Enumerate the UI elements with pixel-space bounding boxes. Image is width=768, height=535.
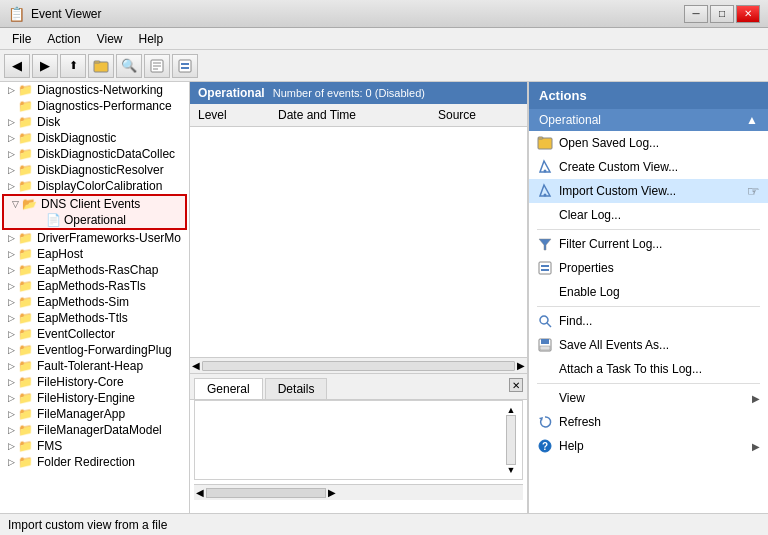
- action-import-custom-view[interactable]: Import Custom View... ☞: [529, 179, 768, 203]
- scroll-right-icon[interactable]: ▶: [517, 360, 525, 371]
- tree-item-operational[interactable]: 📄 Operational: [4, 212, 185, 228]
- folder-icon: 📁: [18, 131, 34, 145]
- menu-help[interactable]: Help: [131, 30, 172, 48]
- tree-item-disk[interactable]: ▷ 📁 Disk: [0, 114, 189, 130]
- action-attach-task[interactable]: Attach a Task To this Log...: [529, 357, 768, 381]
- tree-item-diagnostics-performance[interactable]: 📁 Diagnostics-Performance: [0, 98, 189, 114]
- close-button[interactable]: ✕: [736, 5, 760, 23]
- detail-close-button[interactable]: ✕: [509, 378, 523, 392]
- detail-hscrollbar[interactable]: ◀ ▶: [194, 484, 523, 500]
- folder-icon: 📁: [18, 359, 34, 373]
- menu-action[interactable]: Action: [39, 30, 88, 48]
- tree-item-eventcollector[interactable]: ▷ 📁 EventCollector: [0, 326, 189, 342]
- window-controls: ─ □ ✕: [684, 5, 760, 23]
- detail-tabs: General Details: [190, 374, 527, 400]
- action-find[interactable]: Find...: [529, 309, 768, 333]
- svg-rect-16: [539, 262, 551, 274]
- tree-item-filehistory-engine[interactable]: ▷ 📁 FileHistory-Engine: [0, 390, 189, 406]
- tree-item-eapmethods-ttls[interactable]: ▷ 📁 EapMethods-Ttls: [0, 310, 189, 326]
- tab-details[interactable]: Details: [265, 378, 328, 399]
- tree-item-fault-tolerant-heap[interactable]: ▷ 📁 Fault-Tolerant-Heap: [0, 358, 189, 374]
- action-save-all-events[interactable]: Save All Events As...: [529, 333, 768, 357]
- scroll-left-icon[interactable]: ◀: [192, 360, 200, 371]
- svg-rect-7: [181, 63, 189, 65]
- action-import-custom-view-label: Import Custom View...: [559, 184, 737, 198]
- action-clear-log[interactable]: Clear Log...: [529, 203, 768, 227]
- event-list: [190, 127, 527, 357]
- tree-item-diskdiagnostic[interactable]: ▷ 📁 DiskDiagnostic: [0, 130, 189, 146]
- tree-arrow: ▷: [4, 117, 18, 127]
- minimize-button[interactable]: ─: [684, 5, 708, 23]
- actions-section-label: Operational: [539, 113, 601, 127]
- event-count: Number of events: 0 (Disabled): [273, 87, 425, 99]
- actions-list: Open Saved Log... Create Custom View...: [529, 131, 768, 513]
- action-refresh[interactable]: Refresh: [529, 410, 768, 434]
- help-submenu-arrow: ▶: [752, 441, 760, 452]
- detail-hscroll-thumb[interactable]: [206, 488, 326, 498]
- open-saved-log-icon: [537, 135, 553, 151]
- action-enable-log[interactable]: Enable Log: [529, 280, 768, 304]
- tree-item-filehistory-core[interactable]: ▷ 📁 FileHistory-Core: [0, 374, 189, 390]
- folder-icon: 📁: [18, 247, 34, 261]
- tree-item-eapmethods-rastls[interactable]: ▷ 📁 EapMethods-RasTls: [0, 278, 189, 294]
- folder-icon: 📁: [18, 423, 34, 437]
- col-level[interactable]: Level: [190, 106, 270, 124]
- action-refresh-label: Refresh: [559, 415, 760, 429]
- folder-icon: 📁: [18, 231, 34, 245]
- tree-arrow: ▷: [4, 441, 18, 451]
- up-button[interactable]: ⬆: [60, 54, 86, 78]
- hscroll-thumb[interactable]: [202, 361, 515, 371]
- tree-arrow: ▷: [4, 233, 18, 243]
- tree-item-displaycolorcalibration[interactable]: ▷ 📁 DisplayColorCalibration: [0, 178, 189, 194]
- event-list-hscrollbar[interactable]: ◀ ▶: [190, 357, 527, 373]
- maximize-button[interactable]: □: [710, 5, 734, 23]
- detail-scroll-right[interactable]: ▶: [328, 487, 336, 498]
- toolbar: ◀ ▶ ⬆ 🔍: [0, 50, 768, 82]
- tree-arrow: ▷: [4, 249, 18, 259]
- tree-item-driverframeworks[interactable]: ▷ 📁 DriverFrameworks-UserMo: [0, 230, 189, 246]
- action-view[interactable]: View ▶: [529, 386, 768, 410]
- tab-general[interactable]: General: [194, 378, 263, 399]
- action-filter-current-log[interactable]: Filter Current Log...: [529, 232, 768, 256]
- svg-text:?: ?: [542, 441, 548, 452]
- detail-scroll-left[interactable]: ◀: [196, 487, 204, 498]
- action-filter-label: Filter Current Log...: [559, 237, 760, 251]
- tree-item-eapmethods-sim[interactable]: ▷ 📁 EapMethods-Sim: [0, 294, 189, 310]
- tree-item-dns-client-events[interactable]: ▽ 📂 DNS Client Events: [4, 196, 185, 212]
- folder-icon: 📁: [18, 455, 34, 469]
- tree-arrow: ▷: [4, 265, 18, 275]
- actions-panel: Actions Operational ▲ Open Saved Log...: [528, 82, 768, 513]
- col-source[interactable]: Source: [430, 106, 527, 124]
- menu-file[interactable]: File: [4, 30, 39, 48]
- import-custom-view-icon: [537, 183, 553, 199]
- section-collapse-icon[interactable]: ▲: [746, 113, 758, 127]
- tree-item-fms[interactable]: ▷ 📁 FMS: [0, 438, 189, 454]
- forward-button[interactable]: ▶: [32, 54, 58, 78]
- back-button[interactable]: ◀: [4, 54, 30, 78]
- svg-rect-6: [179, 60, 191, 72]
- tree-item-eventlog-forwardingplug[interactable]: ▷ 📁 Eventlog-ForwardingPlug: [0, 342, 189, 358]
- action-open-saved-log[interactable]: Open Saved Log...: [529, 131, 768, 155]
- tree-item-diskdiagnosticdatacolle[interactable]: ▷ 📁 DiskDiagnosticDataCollec: [0, 146, 189, 162]
- properties-button[interactable]: [172, 54, 198, 78]
- action-properties[interactable]: Properties: [529, 256, 768, 280]
- vscroll-down[interactable]: ▼: [507, 465, 516, 475]
- open-button[interactable]: [88, 54, 114, 78]
- tree-item-filemanagerdatamodel[interactable]: ▷ 📁 FileManagerDataModel: [0, 422, 189, 438]
- action-open-saved-log-label: Open Saved Log...: [559, 136, 760, 150]
- menu-view[interactable]: View: [89, 30, 131, 48]
- status-bar: Import custom view from a file: [0, 513, 768, 535]
- tree-item-eaphost[interactable]: ▷ 📁 EapHost: [0, 246, 189, 262]
- tree-item-diagnostics-networking[interactable]: ▷ 📁 Diagnostics-Networking: [0, 82, 189, 98]
- tree-item-filemanagerapp[interactable]: ▷ 📁 FileManagerApp: [0, 406, 189, 422]
- action-create-custom-view[interactable]: Create Custom View...: [529, 155, 768, 179]
- tree-item-folder-redirection[interactable]: ▷ 📁 Folder Redirection: [0, 454, 189, 470]
- col-date[interactable]: Date and Time: [270, 106, 430, 124]
- tree-item-diskdiagnosticresolver[interactable]: ▷ 📁 DiskDiagnosticResolver: [0, 162, 189, 178]
- tree-item-eapmethods-raschap[interactable]: ▷ 📁 EapMethods-RasChap: [0, 262, 189, 278]
- save-icon: [537, 337, 553, 353]
- search-button[interactable]: 🔍: [116, 54, 142, 78]
- vscroll-up[interactable]: ▲: [507, 405, 516, 415]
- action-help[interactable]: ? Help ▶: [529, 434, 768, 458]
- event-log-button[interactable]: [144, 54, 170, 78]
